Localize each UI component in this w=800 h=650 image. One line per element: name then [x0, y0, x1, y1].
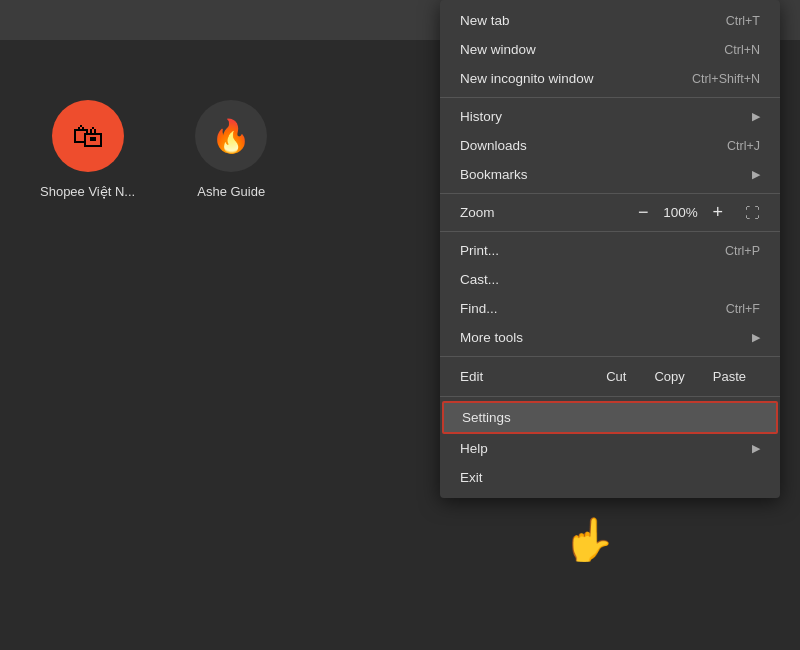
- ashe-icon: 🔥: [195, 100, 267, 172]
- menu-help[interactable]: Help ▶: [440, 434, 780, 463]
- zoom-value: 100%: [660, 205, 700, 220]
- divider-3: [440, 231, 780, 232]
- paste-button[interactable]: Paste: [699, 366, 760, 387]
- divider-5: [440, 396, 780, 397]
- edit-buttons: Cut Copy Paste: [592, 366, 760, 387]
- fullscreen-button[interactable]: ⛶: [745, 204, 760, 221]
- cut-button[interactable]: Cut: [592, 366, 640, 387]
- menu-more-tools[interactable]: More tools ▶: [440, 323, 780, 352]
- zoom-out-button[interactable]: −: [632, 202, 655, 223]
- ashe-bookmark[interactable]: 🔥 Ashe Guide: [195, 100, 267, 199]
- divider-4: [440, 356, 780, 357]
- shopee-icon: 🛍: [52, 100, 124, 172]
- menu-bookmarks[interactable]: Bookmarks ▶: [440, 160, 780, 189]
- menu-new-window[interactable]: New window Ctrl+N: [440, 35, 780, 64]
- menu-cast[interactable]: Cast...: [440, 265, 780, 294]
- divider-1: [440, 97, 780, 98]
- menu-settings[interactable]: Settings: [442, 401, 778, 434]
- copy-button[interactable]: Copy: [640, 366, 698, 387]
- ashe-label: Ashe Guide: [197, 184, 265, 199]
- shopee-bookmark[interactable]: 🛍 Shopee Việt N...: [40, 100, 135, 199]
- zoom-row: Zoom − 100% + ⛶: [440, 198, 780, 227]
- menu-history[interactable]: History ▶: [440, 102, 780, 131]
- menu-exit[interactable]: Exit: [440, 463, 780, 492]
- menu-new-incognito[interactable]: New incognito window Ctrl+Shift+N: [440, 64, 780, 93]
- menu-print[interactable]: Print... Ctrl+P: [440, 236, 780, 265]
- zoom-in-button[interactable]: +: [706, 202, 729, 223]
- edit-row: Edit Cut Copy Paste: [440, 361, 780, 392]
- divider-2: [440, 193, 780, 194]
- zoom-controls: − 100% + ⛶: [632, 202, 760, 223]
- menu-find[interactable]: Find... Ctrl+F: [440, 294, 780, 323]
- context-menu: New tab Ctrl+T New window Ctrl+N New inc…: [440, 0, 780, 498]
- menu-downloads[interactable]: Downloads Ctrl+J: [440, 131, 780, 160]
- menu-new-tab[interactable]: New tab Ctrl+T: [440, 6, 780, 35]
- shopee-label: Shopee Việt N...: [40, 184, 135, 199]
